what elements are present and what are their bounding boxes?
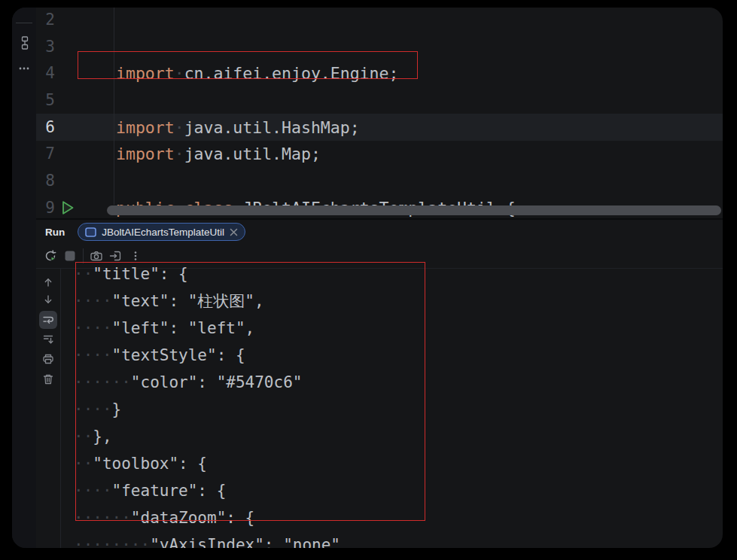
down-arrow-icon[interactable] [43,294,54,306]
run-tool-window: Run JBoltAIEchartsTemplateUtil [36,218,723,548]
ide-window: 23456789 import·cn.aifei.enjoy.Engine;im… [12,8,723,548]
console-gutter-separator [60,269,61,548]
gutter-line-number: 4 [36,60,55,87]
console-gutter [36,269,60,548]
code-editor[interactable]: 23456789 import·cn.aifei.enjoy.Engine;im… [36,8,723,218]
structure-icon[interactable] [18,36,32,50]
run-class-gutter-icon[interactable] [62,200,75,215]
console-line: ········"yAxisIndex": "none" [74,531,340,548]
run-panel-header: Run JBoltAIEchartsTemplateUtil [36,220,723,244]
gutter-line-number: 8 [36,168,55,195]
code-line [116,168,516,195]
run-console-icon [85,227,96,237]
horizontal-scrollbar[interactable] [107,205,721,215]
more-tool-windows-icon[interactable] [18,66,30,71]
screenshot-stage: 23456789 import·cn.aifei.enjoy.Engine;im… [0,0,737,560]
close-icon[interactable] [230,228,238,236]
gutter-line-number: 2 [36,8,55,34]
gutter-line-number: 6 [36,114,55,142]
annotation-box-json [75,262,425,521]
tool-window-strip [12,8,36,548]
gutter-line-number: 7 [36,141,55,168]
run-tab[interactable]: JBoltAIEchartsTemplateUtil [78,223,245,241]
code-line [116,8,516,34]
gutter-separator-line [114,8,114,205]
editor-gutter: 23456789 [36,8,55,222]
clear-icon[interactable] [42,373,54,385]
gutter-line-number: 5 [36,87,55,114]
up-arrow-icon[interactable] [43,277,54,288]
strip-divider [16,23,32,23]
scroll-to-end-icon[interactable] [43,334,54,345]
print-icon[interactable] [42,353,54,365]
code-line: import·java.util.HashMap; [116,114,516,142]
code-line: import·java.util.Map; [116,141,516,168]
soft-wrap-icon[interactable] [42,314,54,326]
editor-code[interactable]: import·cn.aifei.enjoy.Engine;import·java… [116,8,516,222]
code-line [116,87,516,114]
run-panel-title: Run [45,227,65,238]
run-tab-label: JBoltAIEchartsTemplateUtil [102,227,224,238]
gutter-line-number: 3 [36,34,55,61]
annotation-box-import [78,51,418,79]
rerun-icon[interactable] [44,249,57,263]
